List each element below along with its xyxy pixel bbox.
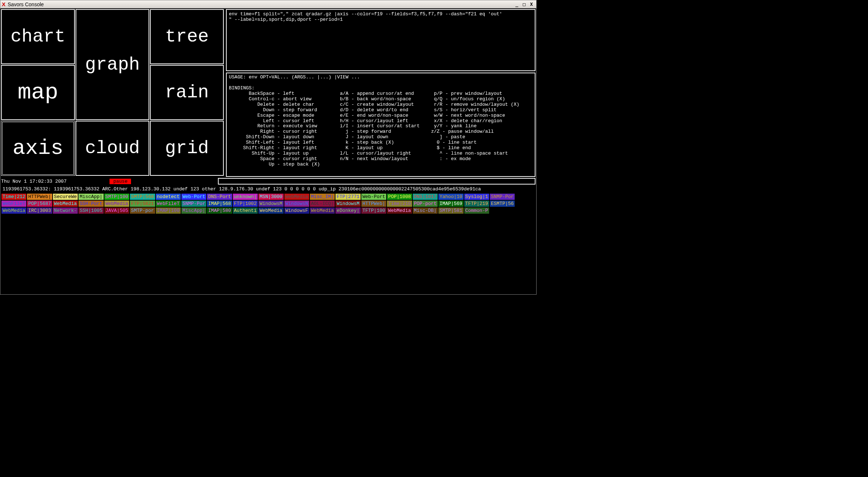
chip[interactable]: IMAP|580 <box>207 207 232 214</box>
help-box: USAGE: env OPT=VAL... (ARGS... |...) |VI… <box>226 73 535 177</box>
chip[interactable]: FTP|5821 <box>130 200 155 207</box>
right-panel: env time=f1 split="," zcat qradar.gz |ax… <box>226 9 535 177</box>
chip[interactable]: Network- <box>53 207 78 214</box>
chip[interactable]: HTTPWeb| <box>361 200 387 207</box>
lower-empty <box>1 215 535 294</box>
chip[interactable]: SMTP-por <box>130 207 155 214</box>
chip[interactable]: IMAP|100 <box>155 207 181 214</box>
chip[interactable]: WindowsN <box>284 200 310 207</box>
chip[interactable]: TFTP|100 <box>361 207 387 214</box>
chip[interactable]: POP|1008 <box>387 193 412 200</box>
view-tiles: chart graph tree map rain axis cloud gri… <box>1 9 224 177</box>
chip[interactable]: WebMedia <box>387 207 412 214</box>
chip[interactable]: SMTP|568 <box>130 193 155 200</box>
chip[interactable]: eDonkey| <box>335 207 361 214</box>
chip[interactable]: HTTPWeb| <box>27 193 52 200</box>
chip[interactable]: IRC|3003 <box>27 207 52 214</box>
chip[interactable]: Misc_IM| <box>310 193 335 200</box>
chip[interactable]: IMAP|568 <box>207 200 232 207</box>
window-title: Savors Console <box>8 1 44 7</box>
tile-cloud[interactable]: cloud <box>76 121 149 176</box>
chip[interactable]: Syslog|1 <box>464 193 489 200</box>
tile-tree[interactable]: tree <box>150 9 224 64</box>
chip[interactable]: SMTP|100 <box>104 193 130 200</box>
chip[interactable]: IMAP|569 <box>438 200 464 207</box>
chip[interactable]: SMTP|581 <box>438 207 464 214</box>
chip[interactable]: TFTP|219 <box>464 200 489 207</box>
maximize-button[interactable]: □ <box>521 1 527 7</box>
status-timestamp: Thu Nov 1 17:02:33 2007 <box>1 179 66 184</box>
chip[interactable]: MiscApp| <box>181 207 207 214</box>
chip[interactable]: unknown| <box>233 193 258 200</box>
chip[interactable]: WindowsM <box>335 200 361 207</box>
app-icon: X <box>2 1 5 7</box>
chip[interactable]: SNMP-Por <box>181 200 207 207</box>
chip[interactable]: SNMP-Por <box>489 193 515 200</box>
chip[interactable]: WebFileT <box>1 200 27 207</box>
log-line: 1193961753.36332: 1193961753.36332 ARC.O… <box>1 186 535 193</box>
chip[interactable]: WindowsM <box>258 200 284 207</box>
chip[interactable]: MSN|3000 <box>258 193 284 200</box>
chip[interactable]: AOL-ICQ| <box>310 200 335 207</box>
status-bar: Thu Nov 1 17:02:33 2007 pause <box>1 178 535 185</box>
chip[interactable]: Time|212 <box>1 193 27 200</box>
chip[interactable]: POP|5687 <box>27 200 52 207</box>
tile-map[interactable]: map <box>1 65 75 120</box>
chip[interactable]: DNS|1017 <box>412 193 438 200</box>
close-button[interactable]: X <box>528 1 535 7</box>
chip[interactable]: SSH-Port <box>78 200 104 207</box>
pause-button[interactable]: pause <box>110 179 131 184</box>
chip[interactable]: DNS-Port <box>207 193 232 200</box>
titlebar[interactable]: X Savors Console _ □ X <box>0 0 536 8</box>
chip[interactable]: WebMedia <box>258 207 284 214</box>
chip[interactable]: nodetect <box>155 193 181 200</box>
chip[interactable]: FTP|1002 <box>233 200 258 207</box>
chip[interactable]: Misc-DB| <box>412 207 438 214</box>
chip[interactable]: SSH|1005 <box>78 207 104 214</box>
tile-chart[interactable]: chart <box>1 9 75 64</box>
app-window: X Savors Console _ □ X chart graph tree … <box>0 0 537 295</box>
chip[interactable]: Common-P <box>464 207 489 214</box>
upper-row: chart graph tree map rain axis cloud gri… <box>1 9 535 177</box>
chip[interactable]: ESMTP|56 <box>489 200 515 207</box>
chip-strip: Time|212HTTPWeb|SecureWeMiscApp|SMTP|100… <box>1 193 535 214</box>
chip[interactable]: JAVA|505 <box>104 207 130 214</box>
chip[interactable]: WebMedia <box>104 200 130 207</box>
chip[interactable]: WebMedia <box>1 207 27 214</box>
chip[interactable]: FTP|2771 <box>335 193 361 200</box>
content-area: chart graph tree map rain axis cloud gri… <box>0 8 536 294</box>
chip[interactable]: WebMedia <box>310 207 335 214</box>
chip[interactable]: Time|210 <box>387 200 412 207</box>
command-box[interactable]: env time=f1 split="," zcat qradar.gz |ax… <box>226 9 535 71</box>
chip[interactable]: WebMedia <box>53 200 78 207</box>
chip[interactable]: MiscApp| <box>78 193 104 200</box>
chip[interactable]: Authenti <box>233 207 258 214</box>
status-right-box <box>218 178 535 185</box>
tile-grid[interactable]: grid <box>150 121 224 176</box>
chip[interactable]: SecureWe <box>53 193 78 200</box>
chip[interactable]: WebFileT <box>155 200 181 207</box>
chip[interactable]: Web-Port <box>181 193 207 200</box>
chip[interactable]: POP-port <box>412 200 438 207</box>
tile-rain[interactable]: rain <box>150 65 224 120</box>
tile-axis[interactable]: axis <box>1 121 75 176</box>
chip[interactable]: Web-Port <box>361 193 387 200</box>
tile-graph[interactable]: graph <box>76 9 149 120</box>
minimize-button[interactable]: _ <box>514 1 520 7</box>
chip[interactable]: Yahoo|10 <box>438 193 464 200</box>
chip[interactable]: WebMedia <box>284 193 310 200</box>
chip[interactable]: WindowsF <box>284 207 310 214</box>
